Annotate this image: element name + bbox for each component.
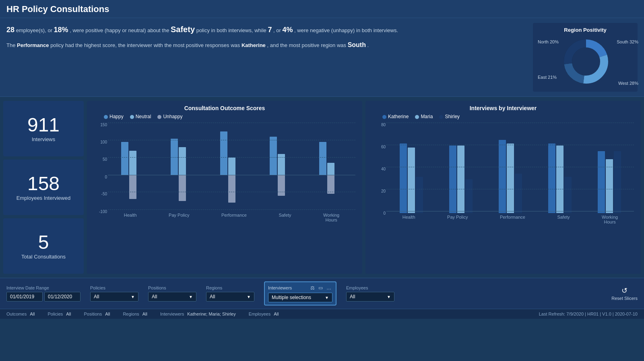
interviewer-chart-title: Interviews by Interviewer [370, 105, 636, 111]
iv-bar-health-m [408, 148, 415, 213]
negative-bars [108, 175, 355, 211]
footer-regions-value: All [142, 312, 147, 316]
footer-policies: Policies All [47, 312, 71, 316]
best-policy: Performance [17, 42, 49, 48]
main-content: 911 Interviews 158 Employees Interviewed… [0, 97, 644, 278]
unhappy-legend-dot [157, 115, 161, 119]
kpi-consultations-label: Total Consultations [21, 254, 66, 260]
positive-bars [108, 123, 355, 175]
maria-legend-dot [415, 115, 419, 119]
positions-chevron-icon: ▼ [189, 295, 193, 299]
region-donut-chart [562, 37, 610, 86]
y-label-0: 0 [93, 175, 107, 179]
iv-y-80: 80 [371, 123, 386, 127]
filter-interviewers-dropdown[interactable]: Multiple selections ▼ [268, 293, 332, 302]
grid-line-50 [108, 157, 355, 158]
footer-employees-value: All [274, 312, 279, 316]
interviewer-x-labels: Health Pay Policy Performance Safety Wor… [386, 215, 634, 224]
x-label-workinghours: WorkingHours [323, 213, 339, 222]
region-label-south: South 32% [617, 39, 638, 44]
page-title: HR Policy Consultations [6, 4, 638, 14]
bar-paypolicy-neutral [179, 147, 186, 175]
bar-group-paypolicy [171, 139, 194, 175]
bar-group-health [121, 142, 144, 175]
iv-x-performance: Performance [500, 215, 525, 224]
bar-workinghours-unhappy [327, 175, 334, 194]
filter-positions-value: All [152, 294, 157, 299]
iv-bar-health-s [416, 177, 423, 213]
x-label-paypolicy: Pay Policy [169, 213, 189, 222]
iv-y-0: 0 [371, 211, 386, 215]
iv-bar-performance-s [515, 174, 522, 213]
reset-slicers-button[interactable]: ↺ Reset Slicers [611, 286, 638, 301]
x-label-health: Health [124, 213, 137, 222]
outcome-chart-legend: Happy Neutral Unhappy [104, 114, 357, 119]
footer-regions-label: Regions [123, 312, 139, 316]
bar-safety-unhappy [278, 175, 285, 196]
filter-positions-dropdown[interactable]: All ▼ [148, 292, 196, 302]
shirley-legend-dot [439, 115, 443, 119]
reset-label: Reset Slicers [611, 296, 638, 301]
iv-x-paypolicy: Pay Policy [447, 215, 468, 224]
kpi-panel: 911 Interviews 158 Employees Interviewed… [3, 101, 84, 274]
filter-interviewers-icons: ⚖ ▭ … [309, 285, 332, 291]
filter-interviewers: Interviewers ⚖ ▭ … Multiple selections ▼ [264, 281, 336, 306]
iv-bar-paypolicy-k [449, 146, 456, 213]
filter-expand-icon[interactable]: ▭ [317, 285, 324, 291]
iv-x-safety: Safety [557, 215, 570, 224]
filter-bar: Interview Date Range Policies All ▼ Posi… [0, 278, 644, 309]
grid-line-neg50 [108, 192, 355, 192]
bar-workinghours-neutral [327, 163, 334, 175]
bar-performance-unhappy [228, 175, 235, 203]
filter-positions: Positions All ▼ [148, 285, 196, 302]
kpi-employees: 158 Employees Interviewed [3, 160, 84, 215]
iv-bar-safety-m [556, 146, 564, 213]
outcome-chart-title: Consultation Outcome Scores [92, 105, 357, 111]
outcome-x-labels: Health Pay Policy Performance Safety Wor… [108, 213, 355, 222]
footer-interviewers-value: Katherine; Maria; Shirley [187, 312, 235, 316]
filter-date-end[interactable] [44, 292, 80, 302]
footer-positions-label: Positions [84, 312, 102, 316]
footer-version: HR01 | V1.0 | 2020-07-10 [587, 312, 638, 316]
y-label-neg100: -100 [93, 209, 107, 214]
y-label-50: 50 [93, 157, 107, 162]
filter-date-start[interactable] [6, 292, 43, 302]
iv-grid-60 [386, 145, 634, 145]
page-header: HR Policy Consultations [0, 0, 644, 18]
filter-date-label: Interview Date Range [6, 285, 80, 290]
unhappy-legend-label: Unhappy [163, 114, 182, 119]
filter-more-icon[interactable]: … [325, 285, 332, 291]
outcome-chart-panel: Consultation Outcome Scores Happy Neutra… [87, 101, 362, 274]
interviewer-bars [386, 123, 634, 213]
footer-last-refresh: Last Refresh: 7/9/2020 [539, 312, 584, 316]
iv-bar-performance-k [499, 140, 506, 213]
iv-grid-80 [386, 123, 634, 123]
bar-workinghours-happy [319, 142, 326, 175]
footer-right: Last Refresh: 7/9/2020 | HR01 | V1.0 | 2… [539, 312, 638, 316]
katherine-legend-dot [382, 115, 386, 119]
policy-highlight: Safety [171, 25, 195, 34]
bar-group-health-neg [129, 175, 136, 199]
filter-funnel-icon[interactable]: ⚖ [309, 285, 316, 291]
footer-positions-value: All [105, 312, 110, 316]
iv-bar-paypolicy-s [465, 179, 473, 213]
bar-paypolicy-unhappy [179, 175, 186, 201]
bar-health-happy [121, 142, 128, 175]
interviewer-chart-legend: Katherine Maria Shirley [382, 114, 636, 119]
filter-policies-dropdown[interactable]: All ▼ [90, 292, 138, 302]
x-label-performance: Performance [221, 213, 247, 222]
happy-legend-dot [104, 115, 108, 119]
region-label-west: West 28% [618, 81, 638, 86]
filter-regions-dropdown[interactable]: All ▼ [206, 292, 254, 302]
bar-performance-neutral [228, 158, 235, 175]
bar-group-paypolicy-neg [179, 175, 186, 201]
footer-interviewers-label: Interviewers [160, 312, 184, 316]
grid-line-0 [108, 175, 355, 175]
iv-y-40: 40 [371, 167, 386, 171]
filter-interviewers-value: Multiple selections [272, 295, 311, 300]
summary-section: 28 employee(s), or 18% , were positive (… [0, 18, 644, 97]
neutral-legend-dot [130, 115, 134, 119]
bar-health-unhappy [129, 175, 136, 199]
footer-interviewers: Interviewers Katherine; Maria; Shirley [160, 312, 236, 316]
filter-employees-dropdown[interactable]: All ▼ [346, 292, 394, 302]
